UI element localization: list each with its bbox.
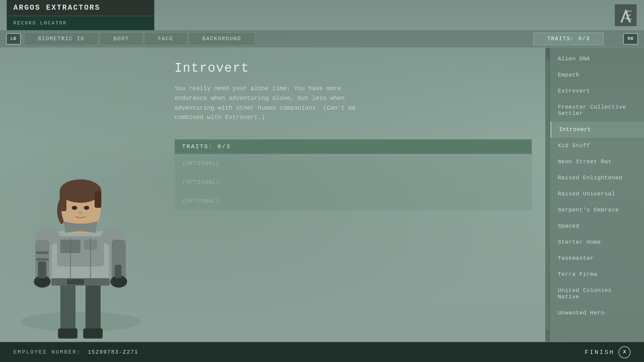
finish-x-button[interactable]: X [619, 346, 631, 358]
trait-slot-1[interactable]: {OPTIONAL} [175, 154, 532, 173]
trait-list-item-12[interactable]: Taskmaster [550, 250, 644, 266]
employee-label: EMPLOYEE NUMBER: [13, 349, 81, 355]
svg-point-33 [79, 212, 82, 214]
main-content: Introvert You really need your alone tim… [0, 48, 644, 342]
trait-list-panel[interactable]: Alien DNAEmpathExtrovertFreestar Collect… [550, 48, 644, 342]
svg-point-31 [72, 206, 77, 210]
trait-list-item-15[interactable]: Unwanted Hero [550, 305, 644, 321]
scroll-thumb [546, 59, 549, 330]
svg-rect-11 [83, 328, 103, 339]
trait-list-item-1[interactable]: Empath [550, 67, 644, 83]
trait-list-item-4[interactable]: Introvert [550, 122, 644, 138]
trait-slot-3[interactable]: {OPTIONAL} [175, 191, 532, 210]
character-panel [0, 48, 161, 342]
trait-list-item-2[interactable]: Extrovert [550, 83, 644, 99]
trait-list-item-8[interactable]: Raised Universal [550, 186, 644, 202]
svg-rect-30 [95, 191, 101, 208]
svg-rect-20 [36, 251, 49, 254]
trait-list-item-7[interactable]: Raised Enlightened [550, 170, 644, 186]
traits-box-header: TRAITS: 0/3 [175, 139, 532, 154]
trait-list-item-10[interactable]: Spaced [550, 218, 644, 234]
svg-rect-0 [615, 4, 637, 26]
app-title-bar: ARGOS EXTRACTORS [7, 0, 154, 16]
finish-label: FINISH [585, 349, 614, 356]
svg-point-32 [84, 206, 89, 210]
top-bar: ARGOS EXTRACTORS RECORD LOCATOR [0, 0, 644, 30]
nav-tabs: LB BIOMETRIC ID BODY FACE BACKGROUND TRA… [0, 30, 644, 48]
app-title: ARGOS EXTRACTORS [13, 4, 100, 12]
employee-number: 15299783-Z271 [88, 349, 139, 355]
svg-rect-10 [58, 328, 77, 339]
nav-right-button[interactable]: RB [623, 33, 638, 45]
character-silhouette [8, 154, 153, 342]
svg-rect-23 [67, 279, 84, 285]
character-figure [8, 154, 153, 342]
info-panel: Introvert You really need your alone tim… [161, 48, 545, 342]
tab-face[interactable]: FACE [144, 33, 187, 45]
record-locator-text: RECORD LOCATOR [13, 20, 67, 26]
trait-list-item-9[interactable]: Serpent's Embrace [550, 202, 644, 218]
selected-trait-description: You really need your alone time. You hav… [174, 84, 369, 122]
bottom-bar: EMPLOYEE NUMBER: 15299783-Z271 FINISH X [0, 342, 644, 362]
ae-logo [614, 3, 637, 27]
svg-rect-35 [115, 265, 121, 278]
trait-slot-2[interactable]: {OPTIONAL} [175, 173, 532, 191]
trait-list-item-0[interactable]: Alien DNA [550, 51, 644, 67]
trait-list-item-6[interactable]: Neon Street Rat [550, 154, 644, 170]
tab-background[interactable]: BACKGROUND [189, 33, 255, 45]
tab-body[interactable]: BODY [100, 33, 143, 45]
svg-rect-34 [38, 261, 46, 278]
finish-button[interactable]: FINISH X [585, 346, 631, 358]
trait-list-item-11[interactable]: Starter Home [550, 234, 644, 250]
tab-traits[interactable]: TRAITS: 0/3 [533, 33, 604, 45]
trait-list-item-13[interactable]: Terra Firma [550, 266, 644, 283]
trait-list-item-3[interactable]: Freestar Collective Settler [550, 99, 644, 122]
trait-list-item-5[interactable]: Kid Stuff [550, 138, 644, 154]
nav-left-button[interactable]: LB [6, 33, 21, 45]
traits-selection-box: TRAITS: 0/3 {OPTIONAL} {OPTIONAL} {OPTIO… [174, 139, 532, 210]
tab-biometric-id[interactable]: BIOMETRIC ID [24, 33, 98, 45]
svg-rect-6 [627, 10, 628, 19]
svg-rect-21 [36, 258, 49, 261]
svg-point-7 [20, 312, 141, 332]
record-locator-bar: RECORD LOCATOR [7, 16, 154, 30]
logo-section: ARGOS EXTRACTORS RECORD LOCATOR [0, 0, 154, 30]
selected-trait-name: Introvert [174, 61, 532, 75]
trait-list-item-14[interactable]: United Colonies Native [550, 283, 644, 305]
scroll-indicator [545, 48, 550, 342]
